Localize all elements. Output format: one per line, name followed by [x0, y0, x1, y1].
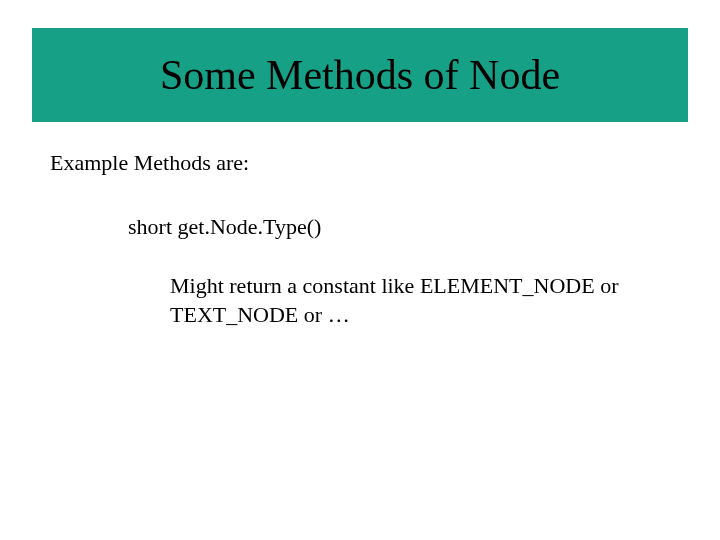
method-description: Might return a constant like ELEMENT_NOD… [170, 272, 660, 329]
slide-title: Some Methods of Node [160, 51, 560, 99]
method-signature: short get.Node.Type() [128, 214, 321, 240]
subtitle-text: Example Methods are: [50, 150, 249, 176]
title-banner: Some Methods of Node [32, 28, 688, 122]
